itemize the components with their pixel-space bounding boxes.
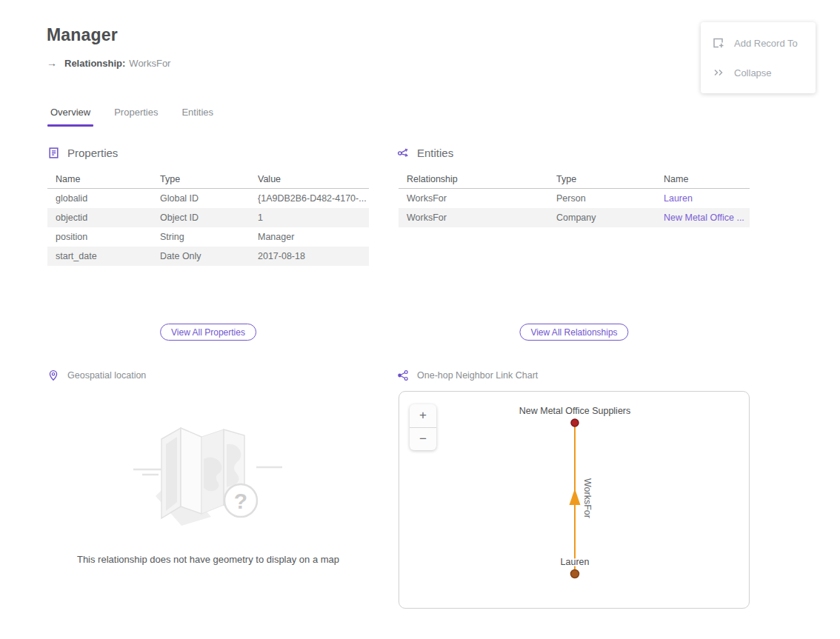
menu-item-collapse[interactable]: Collapse [701, 58, 816, 87]
link-chart-panel: + − New Metal Office Suppliers WorksFor … [399, 391, 750, 609]
property-type: Object ID [152, 213, 250, 223]
link-chart-section-title: One-hop Neighbor Link Chart [417, 370, 538, 381]
property-value: 1 [250, 213, 369, 223]
table-row: position String Manager [47, 227, 369, 247]
column-header: Name [47, 174, 152, 184]
add-record-icon [712, 36, 725, 50]
property-type: Date Only [152, 251, 250, 261]
table-row: start_date Date Only 2017-08-18 [47, 247, 369, 266]
entity-relationship: WorksFor [399, 193, 548, 204]
collapse-icon [712, 66, 725, 79]
geospatial-section-heading: Geospatial location [47, 369, 146, 381]
view-all-properties-button[interactable]: View All Properties [160, 324, 256, 341]
relationship-value: WorksFor [129, 58, 170, 69]
entities-icon [397, 147, 410, 159]
tab-properties[interactable]: Properties [111, 105, 161, 127]
svg-text:?: ? [234, 489, 247, 513]
entities-table: Relationship Type Name WorksFor Person L… [399, 170, 750, 227]
entity-relationship: WorksFor [399, 213, 548, 223]
tab-bar: Overview Properties Entities [47, 105, 234, 127]
edge-arrow-up [570, 489, 581, 505]
column-header: Value [250, 174, 369, 184]
column-header: Name [656, 174, 750, 184]
no-geometry-message: This relationship does not have geometry… [47, 554, 369, 565]
zoom-control: + − [410, 404, 436, 450]
property-type: Global ID [152, 193, 250, 204]
edge-label: WorksFor [582, 478, 593, 518]
properties-table-header: Name Type Value [47, 170, 369, 189]
column-header: Relationship [399, 174, 548, 184]
property-name: objectid [47, 213, 152, 223]
entity-name-link[interactable]: New Metal Office ... [664, 213, 744, 223]
table-row: objectid Object ID 1 [47, 208, 369, 227]
entities-table-header: Relationship Type Name [399, 170, 750, 189]
properties-table: Name Type Value globalid Global ID {1A9D… [47, 170, 369, 266]
bottom-node-label: Lauren [561, 557, 590, 567]
property-name: start_date [47, 251, 152, 261]
column-header: Type [548, 174, 656, 184]
link-chart-icon [397, 369, 409, 381]
entity-name-link[interactable]: Lauren [664, 193, 693, 204]
link-chart-graph: New Metal Office Suppliers WorksFor Laur… [399, 392, 749, 608]
map-pin-icon [47, 369, 59, 381]
right-arrow-icon: → [47, 57, 57, 69]
zoom-out-button[interactable]: − [410, 428, 436, 451]
top-node-label: New Metal Office Suppliers [519, 406, 631, 416]
tab-entities[interactable]: Entities [179, 105, 216, 127]
table-row: WorksFor Person Lauren [399, 189, 750, 208]
page-title: Manager [47, 25, 118, 45]
relationship-label: Relationship: [64, 58, 125, 69]
zoom-in-button[interactable]: + [410, 404, 436, 428]
properties-section-title: Properties [67, 147, 118, 159]
tab-overview[interactable]: Overview [47, 105, 93, 127]
menu-item-add-record-to[interactable]: Add Record To [701, 28, 816, 58]
record-detail-page: Manager → Relationship: WorksFor Add Rec… [0, 0, 840, 639]
property-name: globalid [47, 193, 152, 204]
actions-menu: Add Record To Collapse [701, 22, 816, 93]
property-value: Manager [250, 232, 369, 242]
menu-item-label: Add Record To [734, 38, 798, 49]
property-value: 2017-08-18 [250, 251, 369, 261]
column-header: Type [152, 174, 250, 184]
table-row: globalid Global ID {1A9DB2B6-D482-4170-.… [47, 189, 369, 208]
property-type: String [152, 232, 250, 242]
properties-icon [47, 147, 60, 159]
breadcrumb: → Relationship: WorksFor [47, 57, 170, 69]
table-row: WorksFor Company New Metal Office ... [399, 208, 750, 227]
property-name: position [47, 232, 152, 242]
view-all-relationships-button[interactable]: View All Relationships [519, 324, 628, 341]
menu-item-label: Collapse [734, 67, 772, 78]
properties-section-heading: Properties [47, 147, 118, 159]
property-value: {1A9DB2B6-D482-4170-... [250, 193, 369, 204]
geospatial-section-title: Geospatial location [67, 370, 146, 381]
person-node[interactable] [571, 570, 579, 578]
map-placeholder-illustration: ? [111, 415, 305, 537]
company-node[interactable] [571, 419, 579, 426]
entity-type: Company [548, 213, 656, 223]
link-chart-section-heading: One-hop Neighbor Link Chart [397, 369, 538, 381]
entities-section-title: Entities [417, 147, 453, 159]
entities-section-heading: Entities [397, 147, 453, 159]
entity-type: Person [548, 193, 656, 204]
